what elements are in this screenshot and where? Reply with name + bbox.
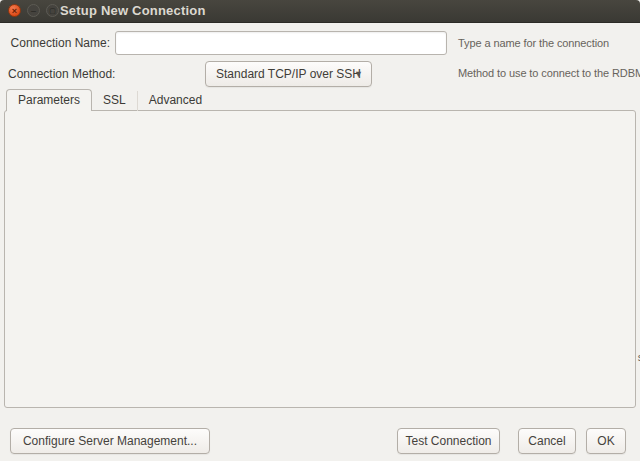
maximize-icon[interactable]: ▢ — [46, 4, 59, 17]
connection-method-hint: Method to use to connect to the RDBMS — [458, 67, 640, 79]
minimize-icon[interactable]: – — [27, 4, 40, 17]
tab-bar: Parameters SSL Advanced — [6, 89, 213, 111]
connection-name-label: Connection Name: — [5, 31, 110, 55]
close-icon[interactable]: × — [8, 4, 21, 17]
cancel-button[interactable]: Cancel — [518, 428, 576, 454]
connection-name-input[interactable] — [115, 31, 447, 55]
connection-name-hint: Type a name for the connection — [458, 37, 609, 49]
chevron-down-icon: ▼ — [354, 62, 363, 86]
configure-server-management-button[interactable]: Configure Server Management... — [10, 428, 210, 454]
ok-button[interactable]: OK — [586, 428, 626, 454]
setup-new-connection-dialog: × – ▢ Setup New Connection Connection Na… — [0, 0, 640, 461]
window-title: Setup New Connection — [60, 0, 206, 22]
tab-parameters[interactable]: Parameters — [6, 89, 92, 111]
tab-ssl[interactable]: SSL — [92, 91, 138, 111]
connection-method-dropdown[interactable]: Standard TCP/IP over SSH ▼ — [205, 61, 372, 87]
connection-method-value: Standard TCP/IP over SSH — [216, 67, 361, 81]
title-bar: × – ▢ Setup New Connection — [0, 0, 640, 23]
tab-advanced[interactable]: Advanced — [138, 91, 213, 111]
parameters-panel — [4, 110, 636, 408]
test-connection-button[interactable]: Test Connection — [397, 428, 500, 454]
connection-method-label: Connection Method: — [8, 61, 115, 87]
